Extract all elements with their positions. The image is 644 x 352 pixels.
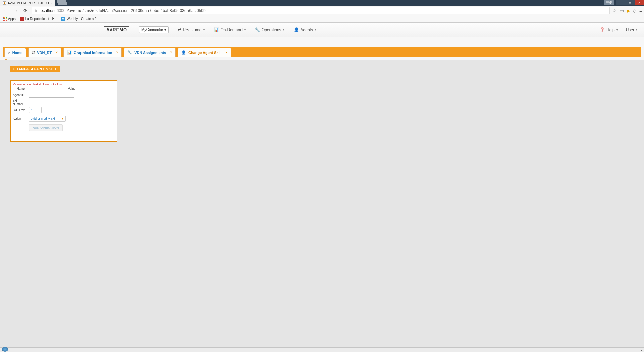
- bookmarks-bar: Apps R La Repubblica.it - H... W Weebly …: [0, 15, 644, 23]
- user-icon: 👤: [181, 50, 186, 55]
- page-icon: 🗎: [34, 9, 38, 13]
- menu-on-demand[interactable]: 📊On-Demand▾: [214, 27, 246, 32]
- menu-label: Real-Time: [183, 27, 202, 32]
- collapse-toggle[interactable]: ▴: [3, 57, 641, 60]
- bookmark-favicon: R: [20, 17, 24, 21]
- tab-favicon: A: [3, 1, 6, 5]
- app-logo[interactable]: AVREMO: [104, 26, 129, 33]
- chevron-down-icon: ▾: [38, 109, 40, 112]
- tab-close-icon[interactable]: ×: [116, 51, 118, 54]
- chart-icon: 📊: [214, 27, 219, 32]
- logo-text: AVREMO: [106, 27, 127, 32]
- col-value-header: Value: [29, 87, 115, 90]
- tab-close-icon[interactable]: ×: [170, 51, 172, 54]
- wrench-icon: 🔧: [127, 50, 132, 55]
- tab-close-icon[interactable]: ×: [226, 51, 228, 54]
- bookmark-item[interactable]: R La Repubblica.it - H...: [20, 17, 57, 21]
- window-minimize-button[interactable]: —: [616, 0, 625, 5]
- caret-icon: ▾: [616, 28, 618, 31]
- user-icon: 👤: [294, 27, 299, 32]
- app-tabbar: ⌂ Home ⇄ VDN_RT × 📊 Graphical Informatio…: [3, 47, 641, 57]
- skill-number-input[interactable]: [29, 100, 74, 105]
- run-operation-button[interactable]: RUN OPERATION: [29, 124, 63, 131]
- app-navbar: AVREMO MyConnector ▾ ⇄Real-Time▾ 📊On-Dem…: [0, 23, 644, 37]
- row-agent-id: Agent ID: [13, 92, 115, 98]
- user-badge: luigi: [604, 0, 614, 5]
- select-value: Add or Modify Skill: [31, 117, 56, 120]
- agent-id-label: Agent ID: [13, 93, 29, 97]
- row-action: Action Add or Modify Skill ▾: [13, 116, 115, 122]
- forward-button[interactable]: →: [12, 8, 19, 13]
- url-field[interactable]: 🗎 localhost:60009/avremo/cms/restful/Mai…: [32, 7, 610, 14]
- page-title: CHANGE AGENT SKILL: [10, 66, 60, 72]
- reload-button[interactable]: ⟳: [22, 8, 29, 13]
- apps-label: Apps: [8, 17, 16, 21]
- tab-home[interactable]: ⌂ Home: [4, 48, 26, 57]
- menu-help[interactable]: ❓Help▾: [600, 27, 618, 32]
- select-value: 1: [31, 108, 33, 112]
- wrench-icon: 🔧: [255, 27, 260, 32]
- tab-label: VDN_RT: [37, 51, 52, 55]
- caret-icon: ▾: [636, 28, 637, 31]
- caret-icon: ▾: [203, 28, 205, 31]
- caret-icon: ▾: [283, 28, 284, 31]
- play-icon[interactable]: ▶: [627, 8, 630, 13]
- tab-label: Change Agent Skill: [188, 51, 222, 55]
- chart-icon: 📊: [67, 50, 72, 55]
- action-select[interactable]: Add or Modify Skill ▾: [29, 116, 66, 122]
- form-warning: Operations on last skill are not allow: [13, 82, 115, 86]
- url-host: localhost: [40, 8, 55, 13]
- refresh-icon: ⇄: [32, 50, 35, 55]
- menu-label: Agents: [301, 27, 313, 32]
- menu-real-time[interactable]: ⇄Real-Time▾: [178, 27, 205, 32]
- tabbar-container: ⌂ Home ⇄ VDN_RT × 📊 Graphical Informatio…: [0, 47, 644, 60]
- menu-label: User: [626, 27, 634, 32]
- agent-id-input[interactable]: [29, 92, 74, 98]
- browser-titlebar: A AVREMO REPORT EXPLO × luigi — ▭ ✕: [0, 0, 644, 6]
- refresh-icon: ⇄: [178, 27, 181, 32]
- tab-graphical-info[interactable]: 📊 Graphical Information ×: [63, 48, 122, 57]
- chrome-menu-icon[interactable]: ≡: [639, 8, 642, 13]
- device-icon[interactable]: ▭: [620, 8, 624, 13]
- new-tab-button[interactable]: [56, 0, 67, 5]
- spacer: [0, 37, 644, 47]
- window-maximize-button[interactable]: ▭: [625, 0, 635, 5]
- tab-change-agent-skill[interactable]: 👤 Change Agent Skill ×: [178, 48, 231, 57]
- tab-close-icon[interactable]: ×: [56, 51, 58, 54]
- divider: [13, 76, 634, 76]
- tab-label: VDN Assignments: [134, 51, 166, 55]
- bookmark-item[interactable]: W Weebly - Create a fr...: [61, 17, 99, 21]
- bookmark-favicon: W: [61, 17, 65, 21]
- extension-icon[interactable]: ◇: [633, 8, 637, 13]
- tab-vdn-rt[interactable]: ⇄ VDN_RT ×: [28, 48, 61, 57]
- tab-close-icon[interactable]: ×: [51, 1, 53, 5]
- menu-user[interactable]: User▾: [626, 27, 637, 32]
- bookmark-label: Weebly - Create a fr...: [67, 17, 99, 21]
- back-button[interactable]: ←: [2, 8, 9, 13]
- skill-level-select[interactable]: 1 ▾: [29, 107, 42, 113]
- scroll-track[interactable]: [5, 348, 639, 352]
- scroll-right-icon[interactable]: ▸: [639, 348, 644, 352]
- connector-select[interactable]: MyConnector ▾: [139, 26, 168, 33]
- caret-icon: ▾: [315, 28, 316, 31]
- row-skill-level: Skill Level 1 ▾: [13, 107, 115, 113]
- row-skill-number: Skill Number: [13, 99, 115, 106]
- window-close-button[interactable]: ✕: [635, 0, 644, 5]
- bookmark-label: La Repubblica.it - H...: [25, 17, 57, 21]
- horizontal-scrollbar[interactable]: ◂ ▸: [0, 347, 644, 352]
- col-name-header: Name: [13, 87, 29, 90]
- menu-label: On-Demand: [221, 27, 243, 32]
- apps-button[interactable]: Apps: [3, 17, 16, 21]
- chevron-down-icon: ▾: [62, 117, 63, 120]
- browser-tab-title: AVREMO REPORT EXPLO: [8, 1, 49, 5]
- start-button[interactable]: [2, 347, 8, 352]
- tab-vdn-assignments[interactable]: 🔧 VDN Assignments ×: [124, 48, 176, 57]
- browser-tab[interactable]: A AVREMO REPORT EXPLO ×: [0, 0, 55, 6]
- menu-agents[interactable]: 👤Agents▾: [294, 27, 316, 32]
- menu-operations[interactable]: 🔧Operations▾: [255, 27, 284, 32]
- star-icon[interactable]: ☆: [612, 8, 617, 13]
- change-agent-skill-form: Operations on last skill are not allow N…: [10, 80, 117, 142]
- page-content: CHANGE AGENT SKILL Operations on last sk…: [0, 60, 644, 147]
- tab-label: Graphical Information: [74, 51, 112, 55]
- skill-level-label: Skill Level: [13, 108, 29, 112]
